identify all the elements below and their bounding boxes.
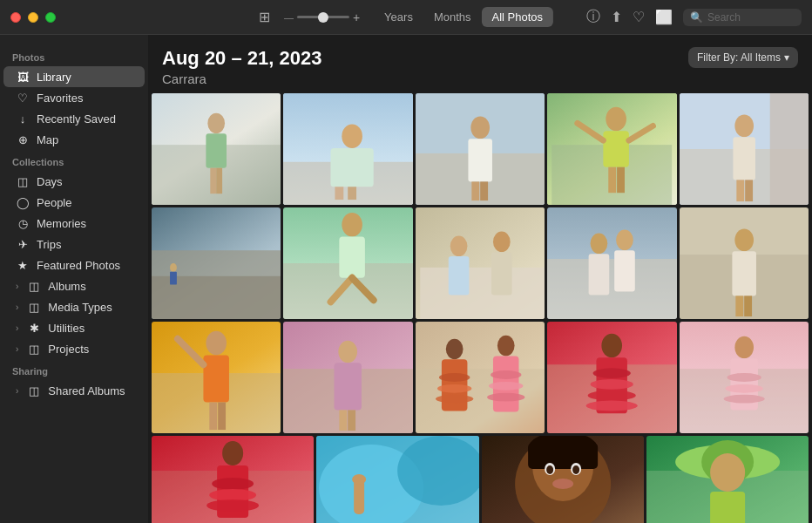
svg-rect-69 xyxy=(218,403,226,431)
sidebar-item-albums[interactable]: › ◫ Albums xyxy=(3,275,145,296)
sidebar-item-favorites[interactable]: ♡ Favorites xyxy=(3,87,145,108)
photo-cell[interactable] xyxy=(416,93,545,205)
photo-cell[interactable] xyxy=(283,322,412,433)
sidebar-item-map[interactable]: ⊕ Map xyxy=(3,129,145,150)
search-icon: 🔍 xyxy=(690,11,703,24)
expand-arrow-icon: › xyxy=(16,282,18,291)
svg-point-20 xyxy=(606,107,627,132)
library-section-title: Photos xyxy=(0,45,148,66)
trips-icon: ✈ xyxy=(16,237,30,251)
traffic-lights xyxy=(10,12,56,23)
photo-cell[interactable] xyxy=(152,436,314,523)
sidebar-item-library[interactable]: 🖼 Library xyxy=(3,66,145,87)
svg-point-59 xyxy=(734,229,754,252)
svg-rect-28 xyxy=(769,93,809,205)
svg-rect-11 xyxy=(348,187,357,200)
sidebar-item-trips[interactable]: ✈ Trips xyxy=(3,234,145,255)
photo-cell[interactable] xyxy=(680,322,809,433)
maximize-button[interactable] xyxy=(45,12,56,23)
filter-button[interactable]: Filter By: All Items ▾ xyxy=(688,47,798,68)
photo-cell[interactable] xyxy=(416,207,545,319)
info-icon[interactable]: ⓘ xyxy=(586,8,600,26)
sidebar-item-label: Trips xyxy=(37,238,61,251)
date-header: Aug 20 – 21, 2023 Carrara Filter By: All… xyxy=(148,35,812,93)
photo-cell[interactable] xyxy=(547,93,676,205)
sidebar-item-label: Library xyxy=(37,71,71,84)
sidebar-item-featured-photos[interactable]: ★ Featured Photos xyxy=(3,255,145,275)
map-icon: ⊕ xyxy=(16,132,30,146)
svg-rect-74 xyxy=(340,410,348,431)
photo-cell[interactable] xyxy=(646,436,809,523)
svg-rect-46 xyxy=(420,268,545,319)
recently-saved-icon: ↓ xyxy=(16,112,30,126)
svg-rect-73 xyxy=(335,363,362,410)
close-button[interactable] xyxy=(10,12,21,23)
svg-rect-16 xyxy=(471,181,479,200)
photo-cell[interactable] xyxy=(547,207,676,319)
zoom-slider[interactable]: — + xyxy=(284,10,360,24)
search-input[interactable] xyxy=(707,11,795,24)
sidebar-item-label: Albums xyxy=(48,280,85,293)
tab-months[interactable]: Months xyxy=(423,7,482,27)
photo-cell[interactable] xyxy=(316,436,478,523)
utilities-icon: ✱ xyxy=(27,321,41,335)
svg-rect-61 xyxy=(735,295,743,316)
view-toggle-icon[interactable]: ⊞ xyxy=(259,9,270,25)
titlebar: ⊞ — + Years Months All Photos ⓘ ⬆ ♡ ⬜ 🔍 xyxy=(0,0,812,35)
svg-rect-25 xyxy=(617,167,625,194)
library-icon: 🖼 xyxy=(16,70,30,84)
sidebar-item-label: Projects xyxy=(48,343,89,356)
svg-rect-66 xyxy=(203,355,229,402)
photo-cell[interactable] xyxy=(152,93,281,205)
sidebar-item-label: People xyxy=(37,196,71,209)
svg-rect-5 xyxy=(216,168,222,194)
sidebar-item-recently-saved[interactable]: ↓ Recently Saved xyxy=(3,108,145,129)
svg-point-95 xyxy=(586,401,638,411)
photo-cell[interactable] xyxy=(680,93,809,205)
sidebar-item-label: Recently Saved xyxy=(37,112,116,126)
expand-arrow-icon: › xyxy=(16,323,18,333)
content-area: Aug 20 – 21, 2023 Carrara Filter By: All… xyxy=(148,35,812,523)
sidebar-item-memories[interactable]: ◷ Memories xyxy=(3,213,145,234)
photo-cell[interactable] xyxy=(283,207,412,319)
photo-cell[interactable] xyxy=(680,207,809,319)
photo-row xyxy=(152,436,809,523)
heart-icon[interactable]: ♡ xyxy=(633,9,645,25)
sidebar-item-label: Featured Photos xyxy=(37,259,120,272)
zoom-plus-icon[interactable]: + xyxy=(353,10,360,24)
shared-albums-icon: ◫ xyxy=(27,384,41,397)
tab-years[interactable]: Years xyxy=(374,7,423,27)
crop-icon[interactable]: ⬜ xyxy=(655,9,673,25)
filter-label: Filter By: All Items xyxy=(697,51,781,64)
svg-point-80 xyxy=(439,373,470,382)
minimize-button[interactable] xyxy=(28,12,38,23)
svg-rect-75 xyxy=(348,410,356,431)
photo-cell[interactable] xyxy=(152,207,281,319)
photo-cell[interactable] xyxy=(547,322,676,433)
sharing-section-title: Sharing xyxy=(0,359,148,380)
svg-point-124 xyxy=(572,465,579,474)
tab-all-photos[interactable]: All Photos xyxy=(482,7,554,27)
sidebar-item-days[interactable]: ◫ Days xyxy=(3,171,145,192)
svg-rect-68 xyxy=(209,403,217,431)
photo-cell[interactable] xyxy=(482,436,644,523)
share-icon[interactable]: ⬆ xyxy=(611,9,622,25)
photo-cell[interactable] xyxy=(283,93,412,205)
photo-cell[interactable] xyxy=(152,322,281,433)
photo-row xyxy=(152,93,809,205)
svg-point-101 xyxy=(725,384,762,393)
sidebar: Photos 🖼 Library ♡ Favorites ↓ Recently … xyxy=(0,35,148,523)
sidebar-item-utilities[interactable]: › ✱ Utilities xyxy=(3,317,145,338)
svg-point-82 xyxy=(436,395,473,404)
titlebar-center: ⊞ — + Years Months All Photos xyxy=(259,7,553,27)
media-types-icon: ◫ xyxy=(27,300,41,314)
photo-cell[interactable] xyxy=(416,322,545,433)
sidebar-item-projects[interactable]: › ◫ Projects xyxy=(3,338,145,359)
favorites-icon: ♡ xyxy=(16,91,30,105)
sidebar-item-shared-albums[interactable]: › ◫ Shared Albums xyxy=(3,380,145,401)
photo-grid xyxy=(148,93,812,523)
sidebar-item-people[interactable]: ◯ People xyxy=(3,192,145,213)
sidebar-item-media-types[interactable]: › ◫ Media Types xyxy=(3,296,145,317)
search-box[interactable]: 🔍 xyxy=(683,9,802,26)
svg-rect-52 xyxy=(547,259,676,319)
